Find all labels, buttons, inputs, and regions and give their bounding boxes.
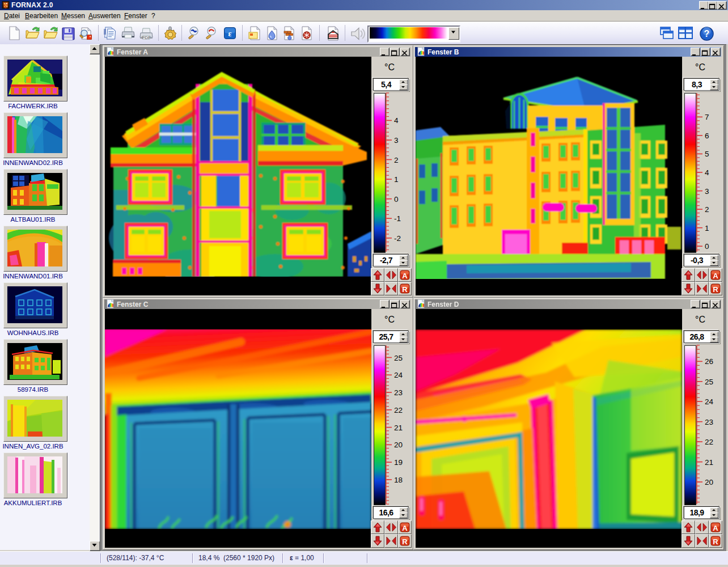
svg-text:7: 7 — [705, 113, 709, 121]
svg-text:20: 20 — [394, 441, 403, 449]
svg-text:21: 21 — [705, 458, 713, 467]
svg-text:24: 24 — [705, 397, 714, 406]
svg-text:4: 4 — [394, 116, 399, 125]
svg-text:R: R — [402, 538, 408, 546]
svg-text:26: 26 — [705, 357, 713, 366]
svg-text:20: 20 — [705, 478, 713, 486]
svg-text:3: 3 — [394, 136, 399, 145]
svg-text:-1: -1 — [394, 214, 401, 223]
svg-text:-2: -2 — [394, 234, 401, 243]
svg-text:2: 2 — [394, 156, 399, 164]
svg-text:ε: ε — [228, 29, 232, 38]
svg-text:25: 25 — [705, 378, 713, 386]
svg-text:R: R — [713, 538, 718, 546]
svg-text:25: 25 — [394, 354, 403, 362]
svg-text:2: 2 — [705, 205, 709, 214]
svg-text:23: 23 — [394, 388, 403, 397]
svg-text:3: 3 — [705, 187, 709, 196]
svg-text:19: 19 — [394, 458, 403, 467]
svg-text:21: 21 — [394, 424, 403, 432]
svg-text:PDF: PDF — [142, 35, 151, 40]
svg-text:R: R — [402, 285, 408, 294]
svg-text:0: 0 — [705, 242, 709, 251]
svg-text:R: R — [713, 285, 718, 294]
svg-text:0: 0 — [394, 195, 399, 204]
svg-text:1: 1 — [394, 175, 399, 184]
svg-text:23: 23 — [705, 418, 713, 426]
svg-text:4: 4 — [705, 168, 709, 177]
svg-text:22: 22 — [705, 438, 713, 446]
svg-text:?: ? — [704, 29, 710, 39]
svg-text:A: A — [402, 272, 408, 280]
svg-text:A: A — [713, 524, 718, 532]
svg-text:6: 6 — [705, 132, 709, 140]
svg-text:18: 18 — [394, 476, 403, 484]
svg-text:22: 22 — [394, 406, 403, 414]
svg-text:A: A — [713, 272, 718, 280]
svg-text:A: A — [402, 524, 408, 532]
svg-text:5: 5 — [705, 150, 709, 158]
svg-text:1: 1 — [705, 224, 709, 232]
svg-text:24: 24 — [394, 371, 403, 379]
